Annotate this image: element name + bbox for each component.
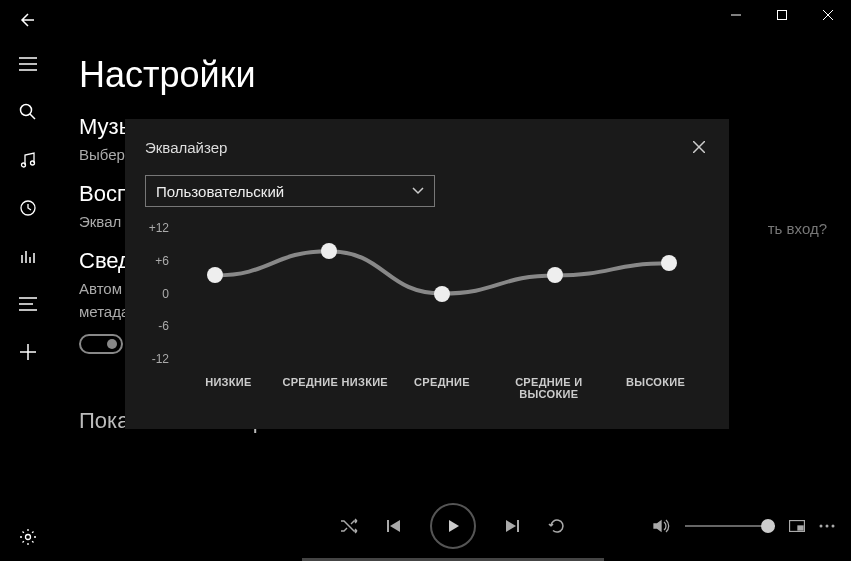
sidebar-equalizer[interactable] — [0, 232, 55, 280]
ytick: +12 — [145, 221, 169, 235]
volume-icon[interactable] — [653, 518, 671, 534]
page-title: Настройки — [79, 54, 827, 96]
svg-point-7 — [20, 105, 31, 116]
band-label: ВЫСОКИЕ — [602, 376, 709, 400]
sidebar — [0, 40, 55, 561]
eq-band-handle[interactable] — [547, 267, 563, 283]
dialog-close-button[interactable] — [689, 137, 709, 157]
toggle-knob — [107, 339, 117, 349]
svg-marker-26 — [506, 520, 516, 532]
ytick: +6 — [145, 254, 169, 268]
eq-band-handle[interactable] — [661, 255, 677, 271]
equalizer-dialog: Эквалайзер Пользовательский +12 +6 0 -6 … — [125, 119, 729, 429]
svg-marker-24 — [449, 520, 459, 532]
play-button[interactable] — [430, 503, 476, 549]
svg-rect-25 — [517, 520, 519, 532]
shuffle-icon[interactable] — [340, 518, 358, 534]
sidebar-settings[interactable] — [0, 513, 55, 561]
volume-group — [653, 518, 835, 534]
band-label: СРЕДНИЕ И ВЫСОКИЕ — [495, 376, 602, 400]
eq-band-handle[interactable] — [207, 267, 223, 283]
sidebar-hamburger[interactable] — [0, 40, 55, 88]
svg-point-31 — [832, 525, 835, 528]
svg-point-30 — [826, 525, 829, 528]
svg-rect-28 — [798, 526, 803, 530]
svg-point-29 — [820, 525, 823, 528]
svg-point-10 — [30, 161, 34, 165]
preset-dropdown[interactable]: Пользовательский — [145, 175, 435, 207]
back-button[interactable] — [0, 0, 55, 40]
eq-xaxis: НИЗКИЕ СРЕДНИЕ НИЗКИЕ СРЕДНИЕ СРЕДНИЕ И … — [175, 376, 709, 400]
repeat-icon[interactable] — [548, 517, 566, 535]
band-label: НИЗКИЕ — [175, 376, 282, 400]
next-button[interactable] — [504, 518, 520, 534]
sidebar-recent[interactable] — [0, 184, 55, 232]
sidebar-playlist[interactable] — [0, 280, 55, 328]
metadata-toggle[interactable] — [79, 334, 123, 354]
dialog-title: Эквалайзер — [145, 139, 227, 156]
svg-rect-22 — [387, 520, 389, 532]
sidebar-music[interactable] — [0, 136, 55, 184]
eq-band-handle[interactable] — [434, 286, 450, 302]
sidebar-search[interactable] — [0, 88, 55, 136]
login-link[interactable]: ть вход? — [768, 220, 827, 237]
volume-knob[interactable] — [761, 519, 775, 533]
eq-chart[interactable] — [175, 221, 709, 366]
previous-button[interactable] — [386, 518, 402, 534]
eq-band-handle[interactable] — [321, 243, 337, 259]
player-controls — [340, 503, 566, 549]
preset-selected: Пользовательский — [156, 183, 284, 200]
chevron-down-icon — [412, 187, 424, 195]
band-label: СРЕДНИЕ — [389, 376, 496, 400]
more-icon[interactable] — [819, 524, 835, 528]
sidebar-add[interactable] — [0, 328, 55, 376]
svg-marker-23 — [390, 520, 400, 532]
band-label: СРЕДНИЕ НИЗКИЕ — [282, 376, 389, 400]
svg-point-9 — [21, 163, 25, 167]
fullscreen-icon[interactable] — [789, 520, 805, 532]
player-bar — [55, 491, 851, 561]
eq-yaxis: +12 +6 0 -6 -12 — [145, 221, 175, 366]
volume-slider[interactable] — [685, 525, 775, 527]
ytick: 0 — [145, 287, 169, 301]
svg-line-8 — [30, 114, 35, 119]
svg-point-21 — [25, 535, 30, 540]
ytick: -6 — [145, 319, 169, 333]
ytick: -12 — [145, 352, 169, 366]
eq-chart-area: +12 +6 0 -6 -12 — [145, 221, 709, 366]
